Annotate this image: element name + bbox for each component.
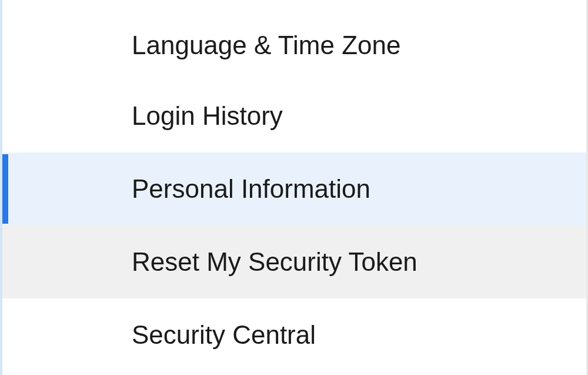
menu-item-label: Language & Time Zone (132, 31, 400, 60)
menu-item-language-time-zone[interactable]: Language & Time Zone (2, 0, 586, 79)
menu-item-label: Personal Information (132, 174, 370, 204)
menu-item-security-central[interactable]: Security Central (2, 298, 586, 371)
menu-item-personal-information[interactable]: Personal Information (2, 152, 586, 225)
menu-item-label: Reset My Security Token (132, 247, 417, 277)
menu-item-label: Login History (132, 101, 283, 131)
menu-item-reset-security-token[interactable]: Reset My Security Token (2, 225, 586, 298)
menu-item-login-history[interactable]: Login History (2, 79, 586, 152)
settings-menu: Language & Time Zone Login History Perso… (2, 0, 586, 371)
menu-item-label: Security Central (132, 320, 316, 350)
